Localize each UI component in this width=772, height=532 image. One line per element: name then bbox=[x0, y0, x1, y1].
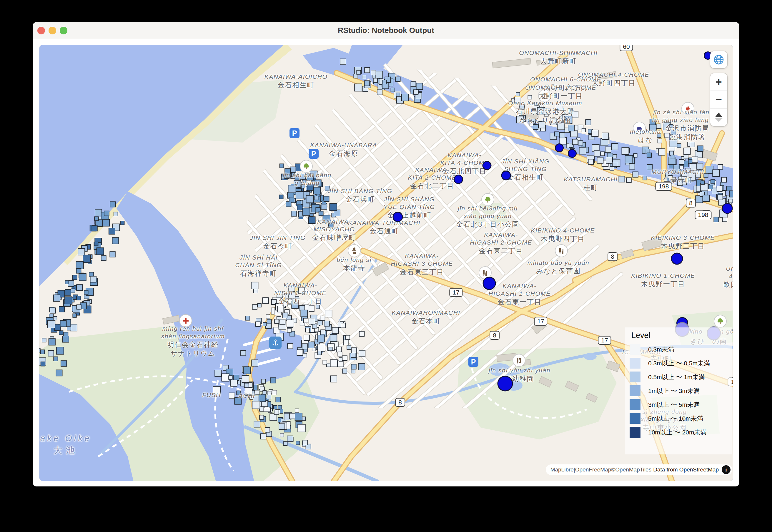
route-shield: 8 bbox=[686, 199, 696, 208]
attribution-openmaptiles-link[interactable]: OpenMapTiles bbox=[615, 466, 651, 473]
rstudio-notebook-output-window: RStudio: Notebook Output bbox=[33, 22, 739, 486]
map-label: FUSH bbox=[202, 391, 221, 399]
tree-icon bbox=[300, 160, 313, 173]
legend-title: Level bbox=[631, 331, 732, 340]
map-label: KANAIWA-HIGASHI 3-CHOME金石東三丁目 bbox=[391, 252, 453, 276]
attribution-bar: MapLibre | OpenFreeMap © OpenMapTiles Da… bbox=[546, 464, 732, 475]
map-label: KIBIKINO 3-CHOME木曳野三丁目 bbox=[651, 234, 715, 250]
route-shield: 17 bbox=[598, 336, 611, 345]
route-shield: 198 bbox=[695, 210, 711, 219]
navigation-control: + − bbox=[710, 73, 727, 126]
map-label: JĪN SHÍ HǍICHÁN SÌ TĬNG石海禅寺町 bbox=[235, 254, 282, 278]
map-label: KANAIWA-TORIMACHI金石通町 bbox=[348, 219, 420, 235]
map-marker[interactable] bbox=[483, 277, 496, 290]
route-shield: 8 bbox=[395, 398, 405, 407]
map-label: UN4畝田 bbox=[723, 265, 733, 289]
maplibre-map[interactable]: PPP⚓ ONOMACHI-SHINMACHI大野町新町ONOMACHI 4-C… bbox=[39, 45, 733, 481]
map-label: ONOMACHI 1-CHOME大野町一丁目 bbox=[525, 84, 597, 100]
legend-swatch bbox=[630, 344, 641, 355]
pitch-toggle-button[interactable] bbox=[710, 108, 727, 126]
legend-swatch bbox=[630, 385, 641, 396]
map-label: ONOMACHI-SHINMACHI大野町新町 bbox=[519, 49, 598, 66]
map-label: ake Oike大池 bbox=[40, 432, 91, 456]
route-shield: 60 bbox=[620, 45, 633, 51]
legend-label: 5m以上 〜 10m未満 bbox=[648, 414, 703, 423]
legend-item: 5m以上 〜 10m未満 bbox=[625, 411, 732, 425]
attribution-copy: © bbox=[611, 466, 615, 473]
legend-item: 0.5m以上 〜 1m未満 bbox=[625, 370, 732, 384]
legend-label: 3m以上 〜 5m未満 bbox=[648, 401, 700, 409]
map-marker[interactable] bbox=[501, 171, 511, 180]
map-label: míng rén huì jīn shíshén jīngsanatorium明… bbox=[161, 325, 225, 358]
map-label: KIBIKINO 4-CHOME木曳野四丁目 bbox=[531, 227, 595, 243]
legend-item: 3m以上 〜 5m未満 bbox=[625, 398, 732, 411]
map-marker[interactable] bbox=[555, 143, 564, 152]
map-marker[interactable] bbox=[454, 175, 463, 184]
map-marker[interactable] bbox=[671, 253, 683, 265]
legend-swatch bbox=[630, 427, 641, 438]
map-label: JĪN SHÍ SHÀNGYUÈ QIÁN TĬNG金石上越前町 bbox=[383, 195, 435, 220]
map-label: JĪN SHÍ JĪN TĪNG金石今町 bbox=[250, 234, 306, 250]
legend-label: 0.5m以上 〜 1m未満 bbox=[648, 373, 705, 381]
route-shield: 17 bbox=[534, 317, 547, 326]
map-label: jīn shí hǎi bāngg chǎng bbox=[283, 171, 331, 187]
legend-swatch bbox=[630, 413, 641, 424]
route-shield: 8 bbox=[608, 252, 618, 261]
legend-label: 0.3m未満 bbox=[648, 345, 674, 354]
attribution-openfreemap-link[interactable]: OpenFreeMap bbox=[575, 466, 612, 473]
tree-icon bbox=[714, 315, 727, 328]
attribution-osm-link[interactable]: Data from OpenStreetMap bbox=[653, 466, 719, 473]
zoom-in-button[interactable]: + bbox=[710, 73, 727, 91]
school-icon bbox=[555, 244, 568, 257]
map-label: KANAIWAHONMACHI金石本町 bbox=[392, 309, 460, 325]
map-label: KANAIWA-UNABARA金石海原 bbox=[310, 141, 377, 158]
map-label: ACHI bbox=[239, 392, 255, 399]
map-marker[interactable] bbox=[568, 149, 576, 158]
legend-swatch bbox=[630, 372, 641, 382]
pitch-up-icon bbox=[715, 113, 723, 117]
route-shield: 17 bbox=[449, 288, 462, 297]
legend-item: 0.3m以上 〜 0.5m未満 bbox=[625, 356, 732, 370]
map-label: JĪN SHÍ BĀNG TĬNG金石浜町 bbox=[328, 187, 392, 204]
map-label: KANAIWA-AIOICHO金石相生町 bbox=[265, 73, 328, 89]
globe-icon bbox=[713, 54, 724, 65]
legend-swatch bbox=[630, 399, 641, 410]
legend-label: 0.3m以上 〜 0.5m未満 bbox=[648, 359, 710, 367]
zoom-out-button[interactable]: − bbox=[710, 91, 727, 108]
attribution-maplibre-link[interactable]: MapLibre bbox=[550, 466, 574, 473]
pitch-down-icon bbox=[715, 118, 723, 122]
map-marker[interactable] bbox=[393, 212, 403, 222]
map-label: minato bǎo yù yuánみなと保育園 bbox=[527, 259, 589, 275]
map-label: Ohno Karakuri Museum石川県金沢港大野からくり記念館 bbox=[508, 99, 582, 125]
map-label: KANAIWA-NISHI 1-CHOME金石西一丁目 bbox=[274, 282, 327, 306]
map-label: metohanaはな bbox=[630, 128, 661, 144]
legend-item: 0.3m未満 bbox=[625, 342, 732, 356]
map-marker[interactable] bbox=[722, 203, 733, 214]
route-shield: 8 bbox=[489, 331, 499, 340]
parking-icon: P bbox=[290, 128, 300, 138]
map-label: KANAIWA-MISOYACHO金石味噌屋町 bbox=[312, 218, 356, 242]
temple-icon bbox=[348, 244, 361, 257]
window-title: RStudio: Notebook Output bbox=[33, 22, 739, 39]
map-marker[interactable] bbox=[497, 376, 513, 392]
screenshot-root: { "window": { "title": "RStudio: Noteboo… bbox=[0, 0, 772, 532]
info-icon[interactable]: i bbox=[722, 465, 731, 474]
tree-icon bbox=[481, 193, 494, 206]
school-icon bbox=[512, 354, 525, 367]
legend-item: 1m以上 〜 3m未満 bbox=[625, 384, 732, 398]
map-label: KIBIKINO 1-CHOME木曳野一丁目 bbox=[631, 272, 695, 288]
globe-projection-button[interactable] bbox=[710, 51, 727, 68]
map-label: KANAIWA-HIGASHI 2-CHOME金石東二丁目 bbox=[470, 231, 532, 255]
route-shield: 198 bbox=[655, 182, 672, 191]
legend-item: 10m以上 〜 20m未満 bbox=[625, 425, 732, 439]
legend-swatch bbox=[630, 358, 641, 369]
map-marker[interactable] bbox=[482, 161, 492, 170]
window-titlebar: RStudio: Notebook Output bbox=[33, 22, 739, 39]
map-label: jīn shí běi3dīng mùxiǎo gōng yuán金石北3丁目小… bbox=[456, 205, 519, 229]
parking-icon: P bbox=[468, 357, 478, 367]
anchor-icon: ⚓ bbox=[269, 337, 282, 349]
legend-label: 10m以上 〜 20m未満 bbox=[648, 428, 706, 436]
map-label: KATSURAMACHI桂町 bbox=[564, 175, 618, 192]
map-label: běn lóng sì本龍寺 bbox=[337, 256, 372, 272]
legend-label: 1m以上 〜 3m未満 bbox=[648, 387, 700, 395]
